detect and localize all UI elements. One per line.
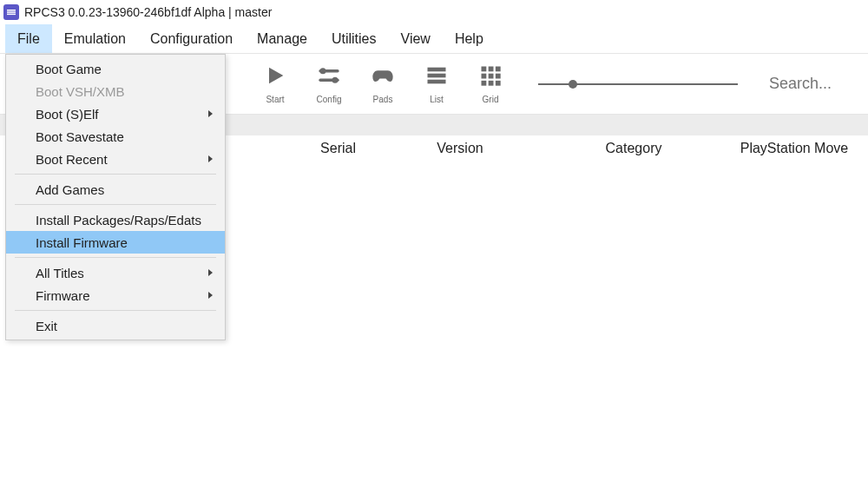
- menu-item-boot-savestate[interactable]: Boot Savestate: [6, 125, 225, 148]
- menu-separator: [15, 204, 216, 205]
- toolbar-config-caption: Config: [317, 95, 342, 104]
- svg-rect-16: [482, 81, 487, 86]
- svg-rect-10: [482, 67, 487, 72]
- search-input[interactable]: [762, 68, 868, 101]
- menu-file[interactable]: File: [5, 24, 52, 53]
- column-header-version[interactable]: Version: [373, 141, 547, 156]
- svg-rect-13: [482, 74, 487, 79]
- menu-configuration[interactable]: Configuration: [138, 24, 245, 53]
- toolbar-pads-caption: Pads: [373, 95, 393, 104]
- grid-icon: [476, 63, 505, 91]
- toolbar-list-caption: List: [430, 95, 444, 104]
- svg-point-6: [332, 77, 339, 83]
- menu-separator: [15, 310, 216, 311]
- chevron-right-icon: [208, 155, 213, 162]
- slider-knob[interactable]: [569, 80, 577, 89]
- svg-rect-14: [489, 74, 494, 79]
- toolbar-list-button[interactable]: List: [422, 63, 451, 104]
- toolbar-pads-button[interactable]: Pads: [368, 63, 398, 104]
- svg-rect-15: [496, 74, 501, 79]
- menubar: File Emulation Configuration Manage Util…: [0, 24, 868, 54]
- svg-rect-9: [428, 80, 446, 84]
- menu-item-boot-recent[interactable]: Boot Recent: [6, 148, 225, 170]
- menu-separator: [15, 174, 216, 175]
- toolbar-start-button[interactable]: Start: [260, 63, 290, 104]
- column-header-serial[interactable]: Serial: [234, 141, 373, 156]
- svg-rect-18: [496, 81, 501, 86]
- chevron-right-icon: [208, 110, 213, 117]
- toolbar-start-caption: Start: [266, 95, 284, 104]
- svg-rect-11: [489, 67, 494, 72]
- menu-item-boot-game[interactable]: Boot Game: [6, 57, 225, 80]
- menu-emulation[interactable]: Emulation: [52, 24, 138, 53]
- toolbar-grid-caption: Grid: [483, 95, 499, 104]
- menu-item-add-games[interactable]: Add Games: [6, 178, 225, 201]
- chevron-right-icon: [208, 292, 213, 299]
- menu-item-firmware[interactable]: Firmware: [6, 284, 225, 307]
- chevron-right-icon: [208, 269, 213, 276]
- svg-rect-12: [496, 67, 501, 72]
- menu-view[interactable]: View: [389, 24, 443, 53]
- play-icon: [260, 63, 290, 91]
- menu-manage[interactable]: Manage: [245, 24, 319, 53]
- icon-size-slider[interactable]: [538, 83, 738, 85]
- window-titlebar: RPCS3 0.0.23-13960-246bf1df Alpha | mast…: [0, 0, 868, 24]
- column-header-psmove[interactable]: PlayStation Move: [720, 141, 868, 156]
- svg-rect-1: [7, 11, 16, 13]
- gamepad-icon: [368, 63, 398, 91]
- svg-point-4: [320, 68, 326, 74]
- menu-item-exit[interactable]: Exit: [6, 314, 225, 337]
- slider-track: [538, 83, 738, 85]
- toolbar-config-button[interactable]: Config: [314, 63, 344, 104]
- list-icon: [422, 63, 451, 91]
- svg-rect-0: [7, 10, 16, 11]
- menu-item-boot-self[interactable]: Boot (S)Elf: [6, 102, 225, 125]
- svg-rect-17: [489, 81, 494, 86]
- menu-item-install-packages[interactable]: Install Packages/Raps/Edats: [6, 208, 225, 231]
- window-title: RPCS3 0.0.23-13960-246bf1df Alpha | mast…: [24, 5, 272, 19]
- menu-item-all-titles[interactable]: All Titles: [6, 261, 225, 284]
- app-icon: [3, 4, 19, 20]
- menu-item-install-firmware[interactable]: Install Firmware: [6, 231, 225, 254]
- column-header-category[interactable]: Category: [547, 141, 720, 156]
- menu-item-boot-vsh: Boot VSH/XMB: [6, 80, 225, 102]
- svg-rect-8: [428, 74, 446, 78]
- menu-separator: [15, 257, 216, 258]
- menu-help[interactable]: Help: [443, 24, 496, 53]
- toolbar-grid-button[interactable]: Grid: [476, 63, 505, 104]
- svg-rect-2: [7, 14, 16, 16]
- menu-utilities[interactable]: Utilities: [319, 24, 389, 53]
- sliders-icon: [314, 63, 344, 91]
- file-menu-dropdown: Boot Game Boot VSH/XMB Boot (S)Elf Boot …: [5, 54, 226, 340]
- svg-rect-7: [428, 68, 446, 72]
